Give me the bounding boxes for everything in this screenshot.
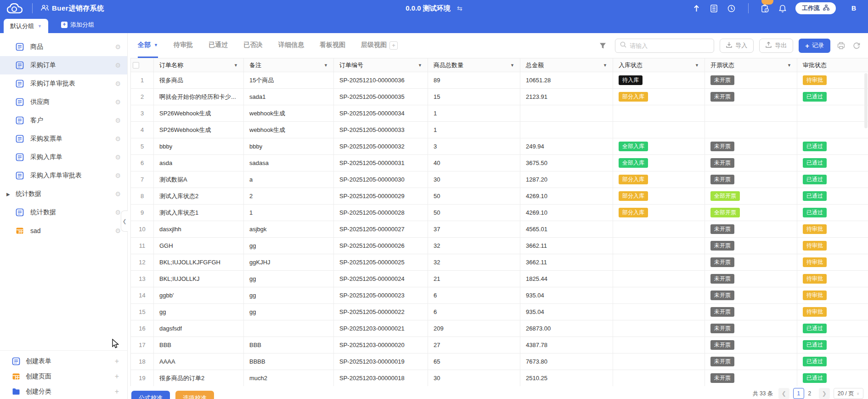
cell-order-name[interactable]: ggbb' (154, 287, 244, 303)
cell-order-code[interactable]: SP-20251205-00000030 (334, 171, 428, 188)
cell-quantity[interactable]: 21 (428, 271, 520, 287)
cell-order-name[interactable]: gg (154, 304, 244, 320)
column-filter-icon[interactable]: ▼ (324, 63, 328, 68)
cell-stock-status[interactable] (613, 287, 705, 303)
cell-note[interactable]: gg (244, 287, 334, 303)
table-row[interactable]: 8测试入库状态22SP-20251205-00000029504269.10部分… (131, 188, 868, 205)
page-number-2[interactable]: 2 (804, 388, 815, 399)
cell-note[interactable]: asjbgk (244, 221, 334, 237)
cell-order-name[interactable]: SP26Webhook生成 (154, 105, 244, 121)
cell-order-code[interactable]: SP-20251205-00000033 (334, 122, 428, 138)
cell-note[interactable]: gg (244, 238, 334, 254)
cell-order-name[interactable]: bbby (154, 138, 244, 154)
cell-order-name[interactable]: dasxjlhh (154, 221, 244, 237)
column-header[interactable]: 入库状态▼ (613, 58, 705, 72)
cell-quantity[interactable]: 15 (428, 89, 520, 105)
group-tab-default[interactable]: 默认分组 ▼ (4, 19, 48, 33)
option-check-button[interactable]: 选项校准 (175, 391, 214, 399)
cell-approval-status[interactable]: 待审批 (797, 271, 868, 287)
table-row[interactable]: 6asdasadasaSP-20251205-00000031403675.50… (131, 155, 868, 171)
sidebar-item-index-4[interactable]: 客户⚙ (0, 111, 127, 130)
table-row[interactable]: 11GGHggSP-20251205-00000026323662.11未开票待… (131, 238, 868, 254)
prev-page-button[interactable]: ❮ (778, 388, 789, 399)
cell-approval-status[interactable]: 已通过 (797, 155, 868, 171)
cell-quantity[interactable]: 27 (428, 337, 520, 353)
cell-amount[interactable]: 1287.20 (520, 171, 613, 188)
cell-amount[interactable]: 4387.78 (520, 337, 613, 353)
cell-order-name[interactable]: 很多商品的订单2 (154, 370, 244, 386)
cell-approval-status[interactable] (797, 105, 868, 121)
sidebar-item-index-0[interactable]: 商品⚙ (0, 38, 127, 56)
filter-funnel-icon[interactable] (597, 40, 608, 51)
table-row[interactable]: 9测试入库状态11SP-20251205-00000028504269.10部分… (131, 205, 868, 221)
cell-order-code[interactable]: SP-20251205-00000027 (334, 221, 428, 237)
export-button[interactable]: 导出 (759, 39, 793, 53)
view-tab-inactive[interactable]: 层级视图 (361, 33, 387, 58)
cell-invoice-status[interactable]: 未开票 (705, 287, 797, 303)
column-header[interactable]: 备注▼ (244, 58, 334, 72)
sidebar-create-item[interactable]: 创建页面+ (0, 369, 127, 384)
cell-order-code[interactable]: SP-20251205-00000024 (334, 271, 428, 287)
cell-approval-status[interactable]: 待审批 (797, 287, 868, 303)
table-row[interactable]: 4SP26Webhook生成webhook生成SP-20251205-00000… (131, 122, 868, 138)
cell-invoice-status[interactable]: 未开票 (705, 221, 797, 237)
expand-triangle-icon[interactable]: ▶ (6, 192, 11, 197)
cell-amount[interactable] (520, 122, 613, 138)
cell-quantity[interactable]: 50 (428, 205, 520, 221)
gear-icon[interactable]: ⚙ (115, 172, 121, 179)
table-row[interactable]: 10dasxjlhhasjbgkSP-20251205-000000273745… (131, 221, 868, 238)
cell-order-name[interactable]: 啊就会开始你的经历和卡少... (154, 89, 244, 105)
cell-amount[interactable]: 4269.10 (520, 188, 613, 204)
table-row[interactable]: 14ggbb'ggSP-20251205-000000236935.04未开票待… (131, 287, 868, 304)
cell-order-name[interactable]: 测试入库状态2 (154, 188, 244, 204)
table-row[interactable]: 5bbbybbbySP-20251205-000000323249.94全部入库… (131, 138, 868, 155)
cell-quantity[interactable]: 32 (428, 254, 520, 270)
cell-note[interactable]: 15个商品 (244, 72, 334, 88)
sidebar-item-index-6[interactable]: 采购入库单⚙ (0, 148, 127, 166)
column-filter-icon[interactable]: ▼ (603, 63, 607, 68)
cell-quantity[interactable]: 30 (428, 171, 520, 188)
cell-stock-status[interactable]: 全部入库 (613, 155, 705, 171)
cell-stock-status[interactable] (613, 337, 705, 353)
add-record-button[interactable]: + 记录 (799, 39, 830, 53)
cell-stock-status[interactable]: 部分入库 (613, 188, 705, 204)
table-row[interactable]: 13BKL;IUJOLLKJggSP-20251205-000000242118… (131, 271, 868, 287)
document-icon[interactable] (710, 4, 719, 13)
cell-amount[interactable]: 249.94 (520, 138, 613, 154)
cell-approval-status[interactable]: 已通过 (797, 370, 868, 386)
cell-note[interactable]: a (244, 171, 334, 188)
cell-quantity[interactable]: 1 (428, 105, 520, 121)
cell-note[interactable]: sadasa (244, 155, 334, 171)
cell-invoice-status[interactable]: 未开票 (705, 171, 797, 188)
plus-icon[interactable]: + (115, 388, 119, 396)
plus-icon[interactable]: + (115, 357, 119, 365)
table-row[interactable]: 15ggggSP-20251205-000000226935.04未开票待审批 (131, 304, 868, 320)
add-view-button[interactable]: + (389, 41, 398, 50)
view-tab-active[interactable]: 全部▼ (138, 33, 158, 58)
sidebar-item-index-8[interactable]: ▶统计数据⚙ (0, 185, 127, 203)
cell-stock-status[interactable] (613, 304, 705, 320)
column-filter-icon[interactable]: ▼ (418, 63, 422, 68)
cell-note[interactable]: BBB (244, 337, 334, 353)
table-row[interactable]: 2啊就会开始你的经历和卡少...sada1SP-20251205-0000003… (131, 89, 868, 105)
cell-order-code[interactable]: SP-20251205-00000031 (334, 155, 428, 171)
cell-stock-status[interactable]: 部分入库 (613, 171, 705, 188)
cell-invoice-status[interactable]: 全部开票 (705, 188, 797, 204)
cell-amount[interactable]: 4269.10 (520, 205, 613, 221)
cell-note[interactable]: sada1 (244, 89, 334, 105)
cell-stock-status[interactable]: 全部入库 (613, 138, 705, 154)
cell-order-code[interactable]: SP-20251203-00000019 (334, 353, 428, 370)
cell-approval-status[interactable]: 待审批 (797, 72, 868, 88)
cell-invoice-status[interactable]: 未开票 (705, 370, 797, 386)
cell-approval-status[interactable] (797, 122, 868, 138)
cell-approval-status[interactable]: 已通过 (797, 205, 868, 221)
cell-approval-status[interactable]: 已通过 (797, 320, 868, 336)
column-filter-icon[interactable]: ▼ (695, 63, 699, 68)
cell-order-name[interactable]: BBB (154, 337, 244, 353)
sidebar-item-index-3[interactable]: 供应商⚙ (0, 93, 127, 111)
cell-quantity[interactable]: 37 (428, 221, 520, 237)
cell-quantity[interactable]: 40 (428, 155, 520, 171)
cell-stock-status[interactable]: 部分入库 (613, 205, 705, 221)
column-header[interactable]: 开票状态▼ (705, 58, 797, 72)
column-filter-icon[interactable]: ▼ (234, 63, 238, 68)
